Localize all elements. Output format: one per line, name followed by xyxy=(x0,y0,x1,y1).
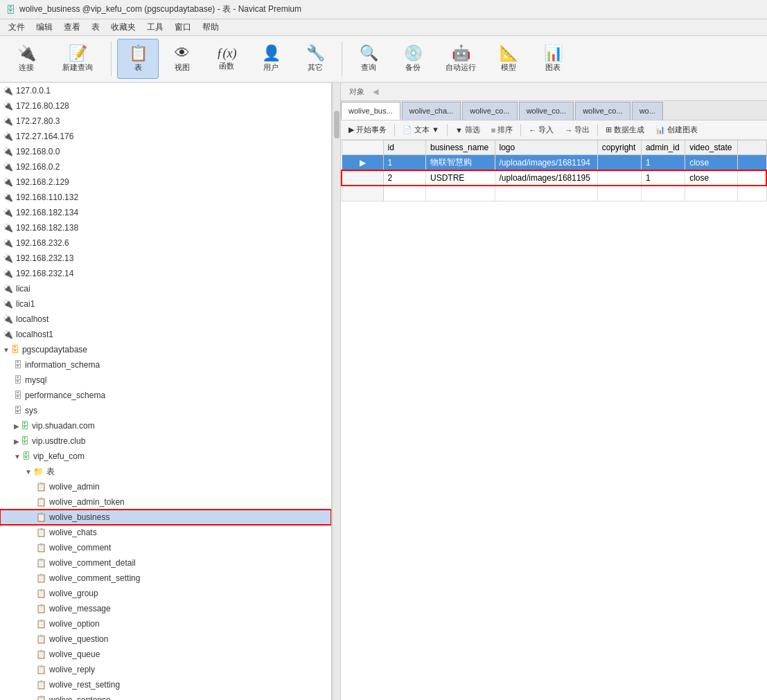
sidebar-item-info-schema[interactable]: 🗄 information_schema xyxy=(0,357,331,373)
sidebar-item-192-2-129[interactable]: 🔌 192.168.2.129 xyxy=(0,174,331,190)
sidebar-item-sys[interactable]: 🗄 sys xyxy=(0,403,331,418)
sidebar-item-192-232-6[interactable]: 🔌 192.168.232.6 xyxy=(0,235,331,251)
sidebar-item-192-232-14[interactable]: 🔌 192.168.232.14 xyxy=(0,266,331,281)
tab-wolive-co2[interactable]: wolive_co... xyxy=(519,102,574,120)
filter-btn[interactable]: ▼ 筛选 xyxy=(450,123,485,138)
sidebar-item-perf-schema[interactable]: 🗄 performance_schema xyxy=(0,388,331,403)
tab-wo[interactable]: wo... xyxy=(632,102,663,120)
tool-view[interactable]: 👁 视图 xyxy=(161,39,203,79)
tool-connect[interactable]: 🔌 连接 xyxy=(6,39,47,79)
tool-chart[interactable]: 📊 图表 xyxy=(532,39,574,79)
sidebar-item-wolive-business[interactable]: 📋 wolive_business xyxy=(0,510,331,525)
menu-item[interactable]: 文件 xyxy=(3,20,30,35)
sidebar-item-vip-shuadan[interactable]: ▶ 🗄 vip.shuadan.com xyxy=(0,418,331,433)
sidebar-item-licai1[interactable]: 🔌 licai1 xyxy=(0,296,331,312)
menu-item[interactable]: 收藏夹 xyxy=(105,20,141,35)
data-gen-btn[interactable]: ⊞ 数据生成 xyxy=(601,123,649,138)
begin-transaction-btn[interactable]: ▶ 开始事务 xyxy=(344,123,391,138)
sidebar-item-wolive-option[interactable]: 📋 wolive_option xyxy=(0,616,331,631)
sidebar-item-wolive-queue[interactable]: 📋 wolive_queue xyxy=(0,647,331,662)
menu-item[interactable]: 工具 xyxy=(141,20,169,35)
tool-table[interactable]: 📋 表 xyxy=(117,39,159,79)
sidebar-item-wolive-comment-detail[interactable]: 📋 wolive_comment_detail xyxy=(0,555,331,571)
export-btn[interactable]: → 导出 xyxy=(560,123,594,138)
sidebar-item-wolive-message[interactable]: 📋 wolive_message xyxy=(0,601,331,616)
cell-id[interactable]: 2 xyxy=(383,170,426,186)
cell-video-state[interactable]: close xyxy=(685,170,738,186)
menu-item[interactable]: 窗口 xyxy=(169,20,197,35)
server-icon: 🔌 xyxy=(3,238,13,248)
cell-video-state[interactable]: close xyxy=(685,155,738,171)
sidebar-item-127[interactable]: 🔌 127.0.0.1 xyxy=(0,83,331,98)
sidebar-label: 192.168.232.14 xyxy=(16,269,73,278)
sidebar-item-licai[interactable]: 🔌 licai xyxy=(0,281,331,296)
sidebar-item-wolive-comment-setting[interactable]: 📋 wolive_comment_setting xyxy=(0,571,331,586)
import-btn[interactable]: ← 导入 xyxy=(524,123,558,138)
tab-wolive-co3[interactable]: wolive_co... xyxy=(575,102,630,120)
col-video-state[interactable]: video_state xyxy=(685,141,738,155)
auto-run-label: 自动运行 xyxy=(446,62,476,73)
sidebar-item-vip-kefu[interactable]: ▼ 🗄 vip_kefu_com xyxy=(0,449,331,464)
sidebar-item-vip-usdtre[interactable]: ▶ 🗄 vip.usdtre.club xyxy=(0,433,331,449)
tool-backup[interactable]: 💿 备份 xyxy=(392,39,434,79)
sidebar-item-wolive-admin[interactable]: 📋 wolive_admin xyxy=(0,479,331,494)
tool-user[interactable]: 👤 用户 xyxy=(250,39,292,79)
sidebar-item-mysql[interactable]: 🗄 mysql xyxy=(0,373,331,388)
sidebar-item-172-16[interactable]: 🔌 172.16.80.128 xyxy=(0,98,331,114)
sidebar-item-wolive-comment[interactable]: 📋 wolive_comment xyxy=(0,540,331,555)
table-row[interactable]: ▶ 1 物联智慧购 /upload/images/1681194 1 close xyxy=(342,155,766,171)
cell-business-name[interactable]: USDTRE xyxy=(426,170,495,186)
sidebar-item-192-232-13[interactable]: 🔌 192.168.232.13 xyxy=(0,251,331,266)
sidebar-item-wolive-chats[interactable]: 📋 wolive_chats xyxy=(0,525,331,540)
text-btn[interactable]: 📄 文本 ▼ xyxy=(398,123,444,138)
sidebar-item-localhost1[interactable]: 🔌 localhost1 xyxy=(0,327,331,342)
cell-copyright[interactable] xyxy=(597,155,641,171)
sidebar-item-192-0-2[interactable]: 🔌 192.168.0.2 xyxy=(0,159,331,174)
sidebar-item-pgscup[interactable]: ▼ 🗄 pgscupdaytabase xyxy=(0,342,331,357)
cell-admin-id[interactable]: 1 xyxy=(641,155,685,171)
tool-auto-run[interactable]: 🤖 自动运行 xyxy=(437,39,485,79)
col-business-name[interactable]: business_name xyxy=(426,141,495,155)
sidebar-item-biao-folder[interactable]: ▼ 📁 表 xyxy=(0,464,331,479)
sidebar-item-wolive-group[interactable]: 📋 wolive_group xyxy=(0,586,331,601)
table-row[interactable]: 2 USDTRE /upload/images/1681195 1 close xyxy=(342,170,766,186)
sidebar-item-wolive-reply[interactable]: 📋 wolive_reply xyxy=(0,662,331,677)
sidebar-item-192-182-138[interactable]: 🔌 192.168.182.138 xyxy=(0,220,331,235)
tool-query[interactable]: 🔍 查询 xyxy=(348,39,389,79)
sidebar-item-192-0-0[interactable]: 🔌 192.168.0.0 xyxy=(0,144,331,159)
tool-model[interactable]: 📐 模型 xyxy=(488,39,529,79)
tool-other[interactable]: 🔧 其它 xyxy=(294,39,336,79)
sidebar-item-wolive-question[interactable]: 📋 wolive_question xyxy=(0,631,331,647)
sidebar-item-172-27-164[interactable]: 🔌 172.27.164.176 xyxy=(0,129,331,144)
col-logo[interactable]: logo xyxy=(495,141,597,155)
sidebar-item-wolive-rest-setting[interactable]: 📋 wolive_rest_setting xyxy=(0,677,331,692)
tool-function[interactable]: ƒ(x) 函数 xyxy=(206,39,247,79)
tab-wolive-co1[interactable]: wolive_co... xyxy=(462,102,517,120)
col-admin-id[interactable]: admin_id xyxy=(641,141,685,155)
cell-admin-id[interactable]: 1 xyxy=(641,170,685,186)
cell-logo[interactable]: /upload/images/1681194 xyxy=(495,155,597,171)
menu-item[interactable]: 表 xyxy=(86,20,105,35)
cell-business-name[interactable]: 物联智慧购 xyxy=(426,155,495,171)
sidebar-item-wolive-admin-token[interactable]: 📋 wolive_admin_token xyxy=(0,494,331,510)
sidebar-item-192-182-134[interactable]: 🔌 192.168.182.134 xyxy=(0,205,331,220)
sidebar-item-localhost[interactable]: 🔌 localhost xyxy=(0,312,331,327)
cell-copyright[interactable] xyxy=(597,170,641,186)
create-chart-btn[interactable]: 📊 创建图表 xyxy=(651,123,703,138)
menu-item[interactable]: 查看 xyxy=(58,20,86,35)
sidebar-item-wolive-sentence[interactable]: 📋 wolive_sentence xyxy=(0,692,331,700)
tab-wolive-bus[interactable]: wolive_bus... xyxy=(341,102,400,120)
tab-wolive-cha[interactable]: wolive_cha... xyxy=(402,102,461,120)
col-id[interactable]: id xyxy=(383,141,426,155)
menu-item[interactable]: 编辑 xyxy=(30,20,58,35)
cell-id[interactable]: 1 xyxy=(383,155,426,171)
col-copyright[interactable]: copyright xyxy=(597,141,641,155)
sidebar-item-192-110-132[interactable]: 🔌 192.168.110.132 xyxy=(0,190,331,205)
cell-logo[interactable]: /upload/images/1681195 xyxy=(495,170,597,186)
col-extra[interactable] xyxy=(738,141,766,155)
sort-btn[interactable]: ≡ 排序 xyxy=(486,123,518,138)
menu-item[interactable]: 帮助 xyxy=(197,20,224,35)
tool-new-query[interactable]: 📝 新建查询 xyxy=(50,39,105,79)
sidebar-item-172-27-80[interactable]: 🔌 172.27.80.3 xyxy=(0,114,331,129)
database-icon: 🗄 xyxy=(22,451,30,461)
